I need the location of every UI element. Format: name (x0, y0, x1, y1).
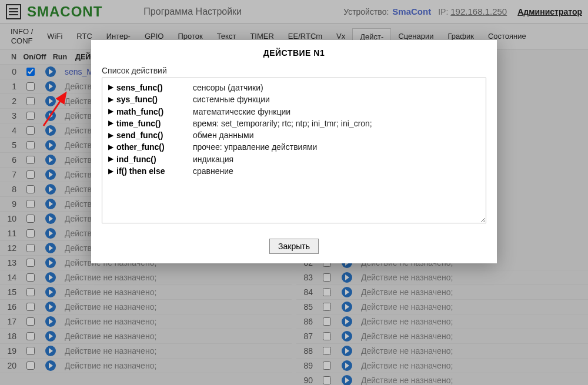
expand-icon: ▶ (108, 118, 116, 128)
func-name: sys_func() (116, 93, 193, 105)
expand-icon: ▶ (108, 82, 116, 92)
func-desc: сравнение (193, 165, 233, 177)
func-desc: время: set_temporarily; rtc; ntp; ini_tm… (193, 118, 372, 129)
func-desc: системные функции (193, 93, 270, 105)
func-list[interactable]: ▶sens_func()сенсоры (датчики)▶sys_func()… (102, 78, 486, 223)
func-name: if() then else (116, 165, 193, 177)
func-desc: прочее: управление действиями (193, 141, 317, 153)
modal-title: ДЕЙСТВИЕ N1 (102, 48, 486, 58)
expand-icon: ▶ (108, 130, 116, 140)
func-name: send_func() (116, 129, 193, 141)
func-item[interactable]: ▶time_func()время: set_temporarily; rtc;… (108, 118, 480, 129)
modal-list-label: Список действий (102, 66, 486, 75)
func-item[interactable]: ▶sens_func()сенсоры (датчики) (108, 82, 480, 93)
action-modal: ДЕЙСТВИЕ N1 Список действий ▶sens_func()… (91, 40, 497, 263)
expand-icon: ▶ (108, 166, 116, 176)
close-button[interactable]: Закрыть (269, 239, 319, 254)
expand-icon: ▶ (108, 142, 116, 152)
func-name: ind_func() (116, 153, 193, 165)
func-item[interactable]: ▶other_func() прочее: управление действи… (108, 141, 480, 153)
func-name: math_func() (116, 106, 193, 118)
func-item[interactable]: ▶ind_func()индикация (108, 153, 480, 165)
func-name: sens_func() (116, 82, 193, 93)
func-name: other_func() (116, 141, 193, 153)
func-item[interactable]: ▶send_func()обмен данными (108, 129, 480, 141)
func-desc: математические функции (193, 106, 290, 118)
expand-icon: ▶ (108, 106, 116, 116)
func-desc: сенсоры (датчики) (193, 82, 263, 93)
func-item[interactable]: ▶if() then else сравнение (108, 165, 480, 177)
func-item[interactable]: ▶sys_func()системные функции (108, 93, 480, 105)
func-desc: индикация (193, 153, 233, 165)
func-item[interactable]: ▶math_func()математические функции (108, 106, 480, 118)
expand-icon: ▶ (108, 95, 116, 105)
func-desc: обмен данными (193, 129, 253, 141)
expand-icon: ▶ (108, 154, 116, 164)
func-name: time_func() (116, 118, 193, 129)
